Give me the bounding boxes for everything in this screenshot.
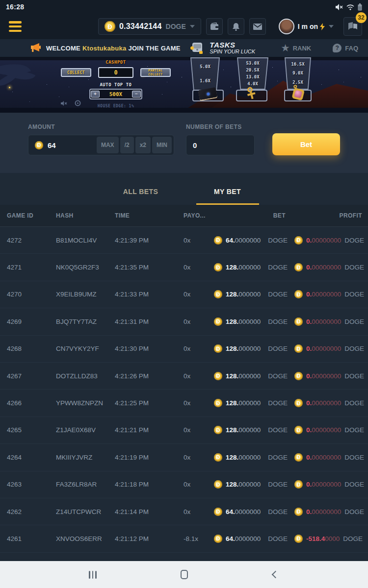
bets-tabs: ALL BETS MY BET: [0, 173, 368, 205]
auto-top-stepper: + 500X −: [89, 89, 142, 99]
amount-modifier-button[interactable]: /2: [120, 137, 134, 153]
cell-time: 4:21:26 PM: [115, 372, 184, 380]
item-slot-ankh[interactable]: [236, 90, 267, 101]
item-slot-book[interactable]: [192, 90, 224, 101]
table-row[interactable]: 4260 QTLZ9BTVRZ 4:21:08 PM 0x Ð 64.00000…: [0, 553, 368, 561]
tower-multipliers: 16.5X9.0X2.5X: [286, 58, 310, 89]
user-menu[interactable]: I m on: [279, 19, 334, 34]
tasks-link[interactable]: TASKS SPIN YOUR LUCK: [185, 41, 260, 55]
profit-currency: DOGE: [344, 237, 364, 244]
doge-coin-icon: Ð: [214, 236, 222, 245]
stepper-minus-button[interactable]: −: [132, 91, 141, 98]
profit-currency: DOGE: [344, 481, 364, 488]
cell-payout: 0x: [184, 399, 214, 407]
table-row[interactable]: 4270 X9EILB9UMZ 4:21:33 PM 0x Ð 128.0000…: [0, 281, 368, 308]
item-slot-amulet[interactable]: [284, 90, 312, 101]
back-button[interactable]: [264, 565, 287, 585]
multiplier-label: 2.5X: [292, 80, 303, 85]
partial-collect-button[interactable]: PARTIAL COLLECT: [140, 68, 171, 77]
cell-bet: Ð 64.0000000 DOGE: [214, 236, 288, 245]
cell-time: 4:21:30 PM: [115, 345, 184, 352]
table-row[interactable]: 4272 B81MOCLI4V 4:21:39 PM 0x Ð 64.00000…: [0, 227, 368, 254]
table-row[interactable]: 4267 DOTZLLDZ83 4:21:26 PM 0x Ð 128.0000…: [0, 363, 368, 390]
bet-currency: DOGE: [268, 318, 288, 325]
table-row[interactable]: 4263 FA3Z6LR8AR 4:21:18 PM 0x Ð 128.0000…: [0, 471, 368, 498]
sound-mute-icon[interactable]: [61, 100, 68, 106]
amount-modifier-button[interactable]: x2: [135, 137, 151, 153]
home-button[interactable]: [173, 565, 195, 585]
cell-bet: Ð 128.000000 DOGE: [214, 263, 288, 271]
doge-coin-icon: Ð: [35, 141, 43, 149]
welcome-message: WELCOME Ktostukabuka JOIN THE GAME: [46, 45, 181, 52]
doge-coin-icon: Ð: [294, 263, 303, 271]
doge-coin-icon: Ð: [214, 344, 222, 353]
cell-payout: 0x: [184, 508, 214, 515]
menu-button[interactable]: [9, 21, 22, 32]
profit-currency: DOGE: [344, 426, 364, 434]
cell-game-id: 4267: [7, 372, 56, 380]
cashpot-value: 0: [98, 67, 133, 78]
bets-section: ALL BETS MY BET GAME IDHASHTIMEPAYO...BE…: [0, 173, 368, 561]
faq-label: FAQ: [345, 45, 358, 52]
table-row[interactable]: 4271 NK0Q5GR2F3 4:21:35 PM 0x Ð 128.0000…: [0, 254, 368, 281]
multiplier-tower-1: 5.0X1.6X: [190, 57, 220, 91]
username: I m on: [298, 23, 325, 30]
table-row[interactable]: 4264 MKIIIYJVRZ 4:21:19 PM 0x Ð 128.0000…: [0, 444, 368, 471]
multiplier-label: 16.5X: [291, 62, 304, 67]
amount-modifier-button[interactable]: MAX: [97, 137, 119, 153]
profit-currency: DOGE: [343, 535, 363, 542]
bet-button[interactable]: Bet: [272, 133, 340, 155]
mute-icon: [336, 4, 343, 10]
table-row[interactable]: 4269 BJQ7TY7TAZ 4:21:31 PM 0x Ð 128.0000…: [0, 308, 368, 335]
stepper-plus-button[interactable]: +: [91, 91, 100, 98]
balance-currency: DOGE: [166, 23, 186, 30]
cell-profit: Ð 0.00000000 DOGE: [288, 426, 364, 434]
messages-button[interactable]: [249, 18, 266, 35]
faq-link[interactable]: ? FAQ: [333, 44, 358, 52]
tab-my-bet[interactable]: MY BET: [196, 188, 259, 205]
tasks-chest-icon: [190, 41, 205, 55]
cell-game-id: 4268: [7, 345, 56, 352]
ground-decoration: [0, 108, 368, 113]
multiplier-label: 5.0X: [200, 65, 210, 69]
bet-currency: DOGE: [268, 264, 288, 271]
amount-input[interactable]: [48, 141, 77, 149]
cell-profit: Ð 0.00000000 DOGE: [288, 480, 364, 489]
column-header: HASH: [56, 212, 115, 219]
doge-coin-icon: Ð: [294, 399, 303, 407]
wallet-button[interactable]: [206, 18, 223, 35]
column-header: TIME: [115, 212, 184, 219]
cell-bet: Ð 128.000000 DOGE: [214, 480, 288, 489]
rank-link[interactable]: ★ RANK: [282, 44, 312, 52]
home-icon: [181, 570, 188, 579]
number-of-bets-input[interactable]: [193, 141, 252, 149]
table-row[interactable]: 4262 Z14UTCPWCR 4:21:14 PM 0x Ð 64.00000…: [0, 498, 368, 525]
cell-profit: Ð -518.40000 DOGE: [288, 535, 363, 543]
doge-coin-icon: Ð: [214, 290, 222, 298]
amount-modifier-button[interactable]: MIN: [152, 137, 172, 153]
collect-button[interactable]: COLLECT: [61, 68, 91, 77]
amount-label: AMOUNT: [28, 123, 174, 130]
amount-input-box: Ð MAX/2x2MIN: [28, 135, 174, 155]
cell-bet: Ð 128.000000 DOGE: [214, 372, 288, 380]
bet-panel: AMOUNT Ð MAX/2x2MIN NUMBER OF BETS Bet: [0, 113, 368, 173]
column-header: BET: [214, 212, 288, 219]
table-row[interactable]: 4266 YPWW8ZNPZN 4:21:25 PM 0x Ð 128.0000…: [0, 390, 368, 416]
cell-payout: -8.1x: [184, 535, 214, 542]
tab-all-bets[interactable]: ALL BETS: [109, 188, 172, 205]
cell-time: 4:21:25 PM: [115, 399, 184, 407]
multiplier-label: 4.0X: [247, 82, 258, 86]
recents-button[interactable]: [81, 565, 104, 585]
cell-hash: XNVOOS6ERR: [56, 535, 115, 542]
notifications-button[interactable]: [228, 18, 244, 35]
auto-top-value: 500X: [109, 91, 123, 98]
status-bar: 16:28: [0, 0, 368, 14]
table-row[interactable]: 4265 Z1JAE0X68V 4:21:21 PM 0x Ð 128.0000…: [0, 417, 368, 444]
game-canvas[interactable]: 5.0X1.6X 53.0X20.5X13.0X4.0X 16.5X9.0X2.…: [0, 57, 368, 113]
balance-dropdown[interactable]: Ð 0.33442144 DOGE: [98, 18, 201, 35]
shell-icon[interactable]: [75, 100, 81, 106]
tower-multipliers: 53.0X20.5X13.0X4.0X: [238, 58, 267, 89]
table-row[interactable]: 4261 XNVOOS6ERR 4:21:12 PM -8.1x Ð 64.00…: [0, 525, 368, 552]
table-row[interactable]: 4268 CN7VYKY2YF 4:21:30 PM 0x Ð 128.0000…: [0, 336, 368, 363]
bet-currency: DOGE: [268, 426, 288, 434]
